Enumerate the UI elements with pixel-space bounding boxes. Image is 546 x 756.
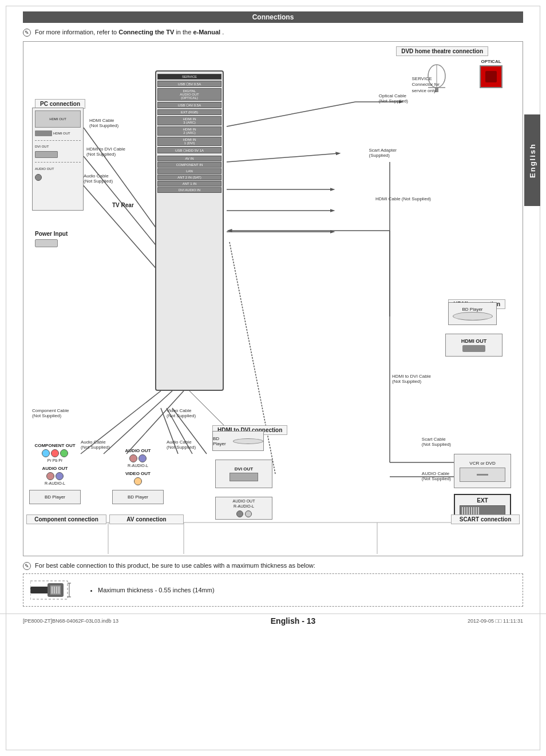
bd-player-2-label: BD Player	[213, 436, 231, 446]
svg-line-4	[78, 179, 158, 271]
av-rca-l	[139, 454, 147, 462]
cable-spec-text: Maximum thickness - 0.55 inches (14mm)	[88, 587, 215, 593]
audio-cable-right-ann: AUDIO Cable(Not Supplied)	[422, 471, 451, 481]
component-cable-ann: Component Cable(Not Supplied)	[32, 408, 69, 418]
port-usb1: USB ⬡5V 0.5A	[157, 81, 221, 87]
r-audio-l-label: R-AUDIO-L	[234, 504, 254, 508]
vcr-dvd-label: VCR or DVD	[469, 461, 495, 466]
separator2	[35, 162, 81, 163]
diagram-area: DVD home theatre connection OPTICAL SERV…	[23, 41, 523, 556]
rca-connectors	[236, 510, 252, 517]
intro-bold2: e-Manual	[193, 29, 220, 35]
service-annotation: SERVICEConnector forservice only.	[412, 76, 440, 94]
port-digital-audio: DIGITALAUDIO OUT(OPTICAL)	[157, 88, 221, 101]
scart-cable-ann: Scart Cable(Not Supplied)	[422, 437, 451, 447]
bd-player-3-label: BD Player	[45, 494, 65, 500]
video-cable-ann: Video Cable(Not Supplied)	[167, 408, 196, 418]
av-section-label: AV connection	[109, 514, 184, 524]
comp-channels: Pr Pb Pr	[48, 458, 62, 462]
cable-info: ✎ For best cable connection to this prod…	[23, 562, 523, 570]
rca-1	[236, 510, 243, 517]
pc-audio-row	[35, 174, 81, 181]
cable-plug-svg	[30, 579, 76, 601]
ext-label: EXT	[477, 497, 488, 504]
svg-rect-36	[54, 587, 55, 593]
power-connector	[35, 239, 58, 247]
svg-rect-38	[58, 587, 60, 593]
svg-line-5	[227, 102, 355, 126]
pc-device: HDMI OUT HDMI OUT DVI OUT AUDIO OUT	[32, 108, 84, 211]
page-number: English - 13	[271, 616, 316, 626]
note-icon: ✎	[23, 29, 31, 37]
dvi-connector	[230, 473, 258, 481]
pc-device-inner: HDMI OUT HDMI OUT DVI OUT AUDIO OUT	[33, 108, 83, 184]
dvi-out-label: DVI OUT	[235, 466, 253, 472]
component-rca-row	[42, 449, 68, 457]
rca-r	[46, 472, 54, 480]
bd-disc	[453, 312, 493, 320]
av-rca-r	[129, 454, 137, 462]
tv-back-panel: SERVICE USB ⬡5V 0.5A DIGITALAUDIO OUT(OP…	[155, 70, 224, 391]
vcr-slot	[477, 474, 488, 476]
audio-out-dvi-box: AUDIO OUT R-AUDIO-L	[215, 497, 272, 520]
port-hdmi3: HDMI IN3 (ARC)	[157, 116, 221, 125]
pc-dvi-connector	[35, 151, 58, 158]
power-input-label: Power Input	[35, 231, 68, 247]
page-footer: [PE8000-ZT]BN68-04062F-03L03.indb 13 Eng…	[0, 613, 546, 626]
r-audio-l-comp: R-AUDIO-L	[45, 481, 65, 485]
hdmi-out-connector	[462, 345, 485, 352]
scart-adapter-ann: Scart Adapter(Supplied)	[369, 148, 397, 158]
optical-connector	[480, 65, 503, 88]
port-list: SERVICE USB ⬡5V 0.5A DIGITALAUDIO OUT(OP…	[157, 74, 221, 153]
scart-section-label: SCART connection	[451, 514, 520, 524]
side-tab: English	[524, 114, 540, 206]
rca-pr	[60, 449, 68, 457]
pc-hdmi-out-label: HDMI OUT	[49, 117, 66, 121]
tv-rear-label: TV Rear	[112, 202, 134, 208]
pc-monitor-top: HDMI OUT	[35, 110, 81, 128]
bd-player-2: BD Player	[212, 431, 264, 451]
component-out-area: COMPONENT OUT Pr Pb Pr AUDIO OUT R-AUDIO…	[29, 443, 81, 504]
port-ant1: ANT 1 IN	[157, 181, 221, 187]
port-hdmi1: HDMI IN1 (DVI)	[157, 137, 221, 146]
component-section-label: Component connection	[26, 514, 106, 524]
cable-plug-image	[30, 579, 76, 601]
r-audio-l-av: R-AUDIO-L	[128, 464, 148, 468]
cable-note-icon: ✎	[23, 562, 31, 570]
port-list-bottom: AV IN COMPONENT IN LAN ANT 2 IN (SAT) AN…	[157, 156, 221, 193]
hdmi-out-label: HDMI OUT	[461, 338, 487, 344]
hdmi-cable-pc-ann: HDMI Cable(Not Supplied)	[89, 118, 118, 128]
av-video-rca	[134, 477, 142, 485]
port-component: COMPONENT IN	[157, 162, 221, 168]
bd-player-4-label: BD Player	[128, 494, 148, 500]
pc-hdmi-connector	[35, 130, 52, 136]
page-title: Connections	[252, 13, 294, 21]
port-av: AV IN	[157, 156, 221, 161]
cable-spec: Maximum thickness - 0.55 inches (14mm)	[98, 587, 215, 593]
port-dvi-audio: DVI AUDIO IN	[157, 187, 221, 193]
svg-rect-35	[52, 587, 53, 593]
audio-cable-bottom-ann: Audio Cable(Not Supplied)	[81, 440, 110, 450]
rca-pb	[51, 449, 59, 457]
audio-rca-row	[46, 472, 64, 480]
audio-cable-mid-ann: Audio Cable(Not Supplied)	[167, 440, 196, 450]
footer-right: 2012-09-05 □□ 11:11:31	[468, 618, 523, 624]
dvi-out-box: DVI OUT	[215, 460, 272, 488]
bd-player-1-label: BD Player	[462, 307, 482, 312]
power-connector-row	[35, 239, 68, 247]
intro-mid: in the	[176, 29, 191, 35]
pc-audio-connector	[35, 174, 42, 181]
vcr-body	[460, 468, 505, 482]
pc-dvi-label: DVI OUT	[35, 145, 81, 148]
side-tab-label: English	[528, 143, 537, 178]
intro-period: .	[222, 29, 224, 35]
video-out-label: VIDEO OUT	[125, 471, 151, 476]
optical-cable-ann: Optical Cable(Not Supplied)	[379, 93, 408, 104]
audio-cable-pc-ann: Audio Cable(Not Supplied)	[84, 173, 113, 184]
pc-audio-label: AUDIO OUT	[35, 167, 81, 171]
footer-center-wrap: English - 13	[118, 616, 468, 626]
port-service: SERVICE	[157, 74, 221, 80]
svg-rect-32	[30, 587, 50, 593]
pc-hdmi-out-text: HDMI OUT	[53, 132, 70, 135]
pc-hdmi-connector-row: HDMI OUT	[35, 130, 81, 136]
